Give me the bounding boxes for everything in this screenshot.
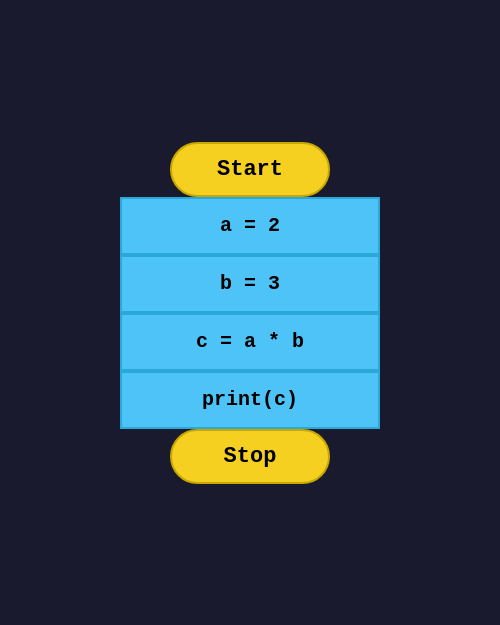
start-label: Start bbox=[217, 157, 283, 182]
step1-node: a = 2 bbox=[120, 197, 380, 255]
flowchart: Start a = 2 b = 3 c = a * b print(c) bbox=[120, 142, 380, 484]
stop-label: Stop bbox=[224, 444, 277, 469]
step3-node: c = a * b bbox=[120, 313, 380, 371]
step1-label: a = 2 bbox=[220, 214, 280, 237]
step4-node: print(c) bbox=[120, 371, 380, 429]
step2-label: b = 3 bbox=[220, 272, 280, 295]
step2-node: b = 3 bbox=[120, 255, 380, 313]
step3-label: c = a * b bbox=[196, 330, 304, 353]
start-node: Start bbox=[170, 142, 330, 197]
stop-node: Stop bbox=[170, 429, 330, 484]
step4-label: print(c) bbox=[202, 388, 298, 411]
